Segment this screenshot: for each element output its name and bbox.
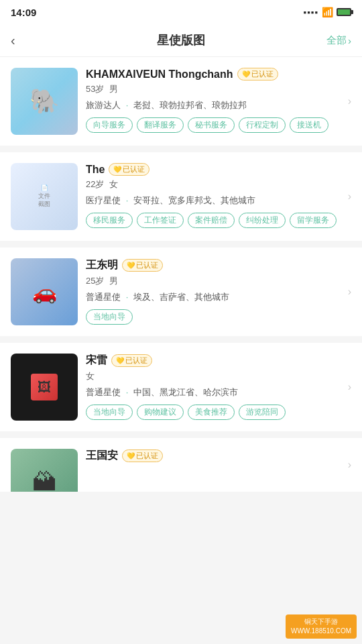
card-info: 宋雷 💛 已认证 女 普通星使 · 中国、黑龙江省、哈尔滨市 当地向导 购物建议… <box>86 354 351 421</box>
tag-item[interactable]: 向导服务 <box>86 117 133 133</box>
card-description: 普通星使 · 埃及、吉萨省、其他城市 <box>86 290 351 304</box>
tag-item[interactable]: 行程定制 <box>239 117 286 133</box>
tag-list: 向导服务 翻译服务 秘书服务 行程定制 接送机 <box>86 117 351 133</box>
card-info: The 💛 已认证 22岁 女 医疗星使 · 安哥拉、宽多库邦戈、其他城市 移民… <box>86 163 351 230</box>
card-arrow-icon: › <box>348 381 351 393</box>
avatar: 🐘 <box>11 68 78 135</box>
ambassador-card[interactable]: 📄文件截图 The 💛 已认证 22岁 女 医疗星使 · 安哥拉、宽多库邦戈、其… <box>0 152 362 241</box>
tag-item[interactable]: 移民服务 <box>86 213 133 228</box>
tag-item[interactable]: 当地向导 <box>86 405 133 420</box>
avatar: 📄文件截图 <box>11 163 78 230</box>
tag-item[interactable]: 游览陪同 <box>239 405 286 420</box>
card-arrow-icon: › <box>348 459 351 471</box>
avatar: 🏔 <box>11 449 78 492</box>
verified-text: 已认证 <box>251 69 274 79</box>
ambassador-name: 王东明 <box>86 258 118 272</box>
verified-icon: 💛 <box>242 70 250 78</box>
avatar: 🖼 <box>11 354 78 421</box>
tag-item[interactable]: 案件赔偿 <box>188 213 235 228</box>
verified-icon: 💛 <box>127 262 135 269</box>
card-description: 普通星使 · 中国、黑龙江省、哈尔滨市 <box>86 386 351 399</box>
card-arrow-icon: › <box>348 286 351 298</box>
ambassador-card[interactable]: 🖼 宋雷 💛 已认证 女 普通星使 · 中国、黑龙江省、哈尔滨市 当地向导 <box>0 343 362 431</box>
verified-text: 已认证 <box>123 164 145 174</box>
avatar-emoji: 🚗 <box>32 280 57 304</box>
age-gender: 22岁 女 <box>86 178 351 191</box>
name-row: 王国安 💛 已认证 <box>86 449 351 463</box>
ambassador-card[interactable]: 🏔 王国安 💛 已认证 › <box>0 438 362 492</box>
age-gender: 53岁 男 <box>86 83 351 95</box>
verified-text: 已认证 <box>125 356 147 366</box>
status-icons: ▪▪▪▪ 📶 <box>304 7 351 17</box>
tag-item[interactable]: 当地向导 <box>86 309 133 325</box>
watermark: 铜天下手游 WWW.188510.COM <box>286 614 357 639</box>
verified-badge: 💛 已认证 <box>111 354 152 367</box>
card-arrow-icon: › <box>348 95 351 107</box>
status-bar: 14:09 ▪▪▪▪ 📶 <box>0 0 362 24</box>
age-gender: 25岁 男 <box>86 275 351 287</box>
verified-badge: 💛 已认证 <box>122 449 163 462</box>
filter-arrow: › <box>348 35 351 46</box>
verified-text: 已认证 <box>136 451 158 461</box>
verified-text: 已认证 <box>136 260 158 270</box>
ambassador-card[interactable]: 🐘 KHAMXAIVEUN Thongchanh 💛 已认证 53岁 男 旅游达… <box>0 57 362 146</box>
tag-item[interactable]: 秘书服务 <box>188 117 235 133</box>
tag-item[interactable]: 工作签证 <box>137 213 184 228</box>
battery-icon <box>337 8 351 16</box>
verified-badge: 💛 已认证 <box>109 163 149 176</box>
tag-list: 移民服务 工作签证 案件赔偿 纠纷处理 留学服务 <box>86 213 351 228</box>
avatar-doc-text: 📄文件截图 <box>38 184 50 208</box>
verified-icon: 💛 <box>127 452 135 460</box>
tag-list: 当地向导 购物建议 美食推荐 游览陪同 <box>86 405 351 420</box>
ambassador-name: 王国安 <box>86 449 118 463</box>
tag-item[interactable]: 纠纷处理 <box>239 213 286 228</box>
avatar-emoji: 🏔 <box>32 468 56 492</box>
signal-icon: ▪▪▪▪ <box>304 7 318 17</box>
tag-item[interactable]: 美食推荐 <box>188 405 235 420</box>
card-info: KHAMXAIVEUN Thongchanh 💛 已认证 53岁 男 旅游达人 … <box>86 68 351 135</box>
tag-item[interactable]: 留学服务 <box>290 213 337 228</box>
verified-icon: 💛 <box>116 357 124 364</box>
card-info: 王国安 💛 已认证 <box>86 449 351 481</box>
verified-icon: 💛 <box>113 166 121 173</box>
avatar-emoji: 🐘 <box>29 87 60 115</box>
tag-item[interactable]: 翻译服务 <box>137 117 184 133</box>
watermark-line1: 铜天下手游 <box>291 617 351 627</box>
age-gender: 女 <box>86 370 351 382</box>
name-row: 宋雷 💛 已认证 <box>86 354 351 368</box>
card-description: 旅游达人 · 老挝、琅勃拉邦省、琅勃拉邦 <box>86 99 351 112</box>
card-arrow-icon: › <box>348 191 351 203</box>
name-row: 王东明 💛 已认证 <box>86 258 351 272</box>
avatar: 🚗 <box>11 258 78 325</box>
card-info: 王东明 💛 已认证 25岁 男 普通星使 · 埃及、吉萨省、其他城市 当地向导 <box>86 258 351 325</box>
status-time: 14:09 <box>11 7 36 18</box>
ambassador-name: The <box>86 164 105 176</box>
name-row: The 💛 已认证 <box>86 163 351 176</box>
tag-item[interactable]: 接送机 <box>290 117 328 133</box>
watermark-line2: WWW.188510.COM <box>291 627 351 636</box>
ambassador-name: KHAMXAIVEUN Thongchanh <box>86 68 233 80</box>
verified-badge: 💛 已认证 <box>122 259 163 272</box>
filter-label: 全部 <box>326 34 347 47</box>
verified-badge: 💛 已认证 <box>237 68 278 80</box>
header: ‹ 星使版图 全部 › <box>0 24 362 57</box>
filter-button[interactable]: 全部 › <box>324 34 351 47</box>
page-title: 星使版图 <box>38 32 324 48</box>
content-area: 🐘 KHAMXAIVEUN Thongchanh 💛 已认证 53岁 男 旅游达… <box>0 57 362 492</box>
ambassador-name: 宋雷 <box>86 354 107 368</box>
name-row: KHAMXAIVEUN Thongchanh 💛 已认证 <box>86 68 351 80</box>
avatar-inner: 🖼 <box>31 374 58 400</box>
tag-list: 当地向导 <box>86 309 351 325</box>
tag-item[interactable]: 购物建议 <box>137 405 184 420</box>
card-description: 医疗星使 · 安哥拉、宽多库邦戈、其他城市 <box>86 194 351 207</box>
ambassador-card[interactable]: 🚗 王东明 💛 已认证 25岁 男 普通星使 · 埃及、吉萨省、其他城市 <box>0 248 362 336</box>
wifi-icon: 📶 <box>322 7 333 17</box>
back-button[interactable]: ‹ <box>11 33 38 48</box>
